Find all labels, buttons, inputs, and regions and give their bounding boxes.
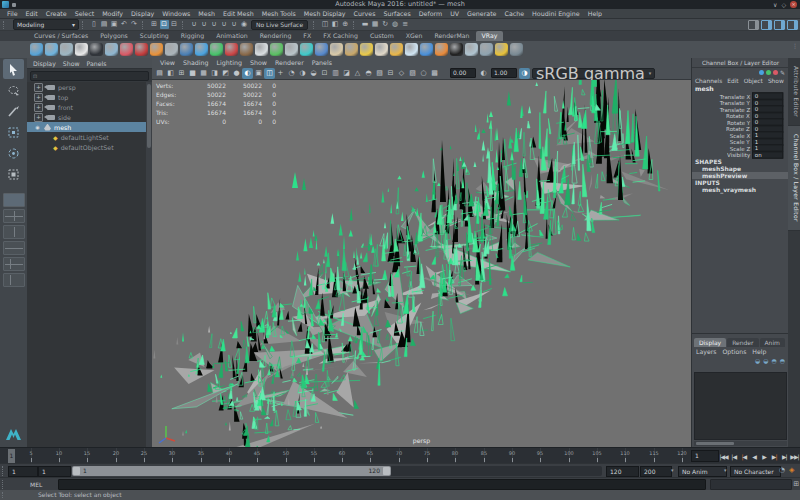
snap-to-projected-center-icon[interactable]: ∪ — [220, 20, 229, 29]
expand-icon[interactable]: + — [34, 83, 43, 92]
shelf-tab-rendering[interactable]: Rendering — [254, 31, 298, 41]
oversampling-icon[interactable]: ◩ — [220, 68, 231, 79]
outliner-menu-show[interactable]: Show — [63, 60, 80, 67]
go-to-start-button[interactable]: |◀◀ — [719, 450, 728, 462]
shelf-icon-19[interactable] — [300, 43, 313, 56]
attribute-editor-toggle[interactable] — [761, 20, 772, 30]
current-frame-field[interactable]: 1 — [691, 450, 719, 462]
shelf-tab-fx[interactable]: FX — [297, 31, 317, 41]
shelf-tab-renderman[interactable]: RenderMan — [428, 31, 475, 41]
menu-houdini-engine[interactable]: Houdini Engine — [528, 9, 584, 18]
viewport-canvas[interactable]: Verts:50022500220Edges:50022500220Faces:… — [152, 80, 691, 447]
grip-handle[interactable] — [2, 480, 6, 489]
modeling-toolkit-toggle[interactable] — [748, 20, 759, 30]
menu-edit-mesh[interactable]: Edit Mesh — [219, 9, 258, 18]
range-slider-track[interactable]: 1 120 — [72, 466, 602, 476]
manip-settings-icon[interactable]: ✎ — [780, 69, 785, 76]
outliner-item-side[interactable]: +side — [27, 112, 146, 122]
viewport-menu-show[interactable]: Show — [246, 58, 271, 67]
menu-edit[interactable]: Edit — [22, 9, 42, 18]
shelf-icon-28[interactable] — [435, 43, 448, 56]
exposure-toggle-icon[interactable]: ▧ — [374, 68, 385, 79]
channel-box-toggle[interactable] — [787, 20, 798, 30]
menu-cache[interactable]: Cache — [500, 9, 528, 18]
layer-list[interactable] — [694, 372, 787, 440]
shelf-icon-4[interactable] — [75, 43, 88, 56]
layout-three-pane-left-button[interactable] — [3, 257, 25, 271]
safe-action-icon[interactable]: ○ — [418, 68, 429, 79]
isolate-select-icon[interactable]: ◪ — [341, 68, 352, 79]
viewport-menu-panels[interactable]: Panels — [308, 58, 336, 67]
ipr-render-icon[interactable]: ↻ — [381, 20, 390, 29]
select-object-icon[interactable]: ⊡ — [160, 20, 169, 29]
manip-fast-icon[interactable] — [773, 70, 778, 75]
viewport-panel[interactable]: ViewShadingLightingShowRendererPanels ▤◧… — [152, 58, 691, 447]
channel-box-title-bar[interactable]: Channel Box / Layer Editor — [692, 58, 789, 68]
paint-select-tool-button[interactable] — [3, 101, 24, 121]
shelf-icon-26[interactable] — [405, 43, 418, 56]
shelf-icon-24[interactable] — [375, 43, 388, 56]
outliner-item-front[interactable]: +front — [27, 102, 146, 112]
range-end-handle[interactable] — [383, 467, 390, 475]
history-toggle-icon[interactable]: ◧ — [331, 20, 340, 29]
display-settings-icon[interactable]: ≡ — [401, 20, 410, 29]
step-forward-key-button[interactable]: ▶| — [770, 450, 779, 462]
expand-icon[interactable]: + — [34, 103, 43, 112]
side-tab-attribute-editor[interactable]: Attribute Editor — [788, 58, 800, 126]
shelf-icon-11[interactable] — [180, 43, 193, 56]
gate-mask-icon[interactable]: ◇ — [396, 68, 407, 79]
mesh-geometry[interactable] — [152, 80, 691, 447]
viewport-menu-renderer[interactable]: Renderer — [271, 58, 308, 67]
shelf-tab-curves-surfaces[interactable]: Curves / Surfaces — [28, 31, 94, 41]
step-back-key-button[interactable]: |◀ — [739, 450, 748, 462]
manip-slow-icon[interactable] — [759, 70, 764, 75]
select-hierarchy-icon[interactable]: ⊞ — [150, 20, 159, 29]
highlight-selection-icon[interactable]: ⊕ — [341, 20, 350, 29]
camera-attributes-icon[interactable]: ⊞ — [176, 68, 187, 79]
grip-handle[interactable] — [142, 21, 146, 29]
auto-keyframe-icon[interactable]: ◔ — [779, 466, 785, 474]
channel-box-menu-edit[interactable]: Edit — [727, 78, 738, 84]
expand-circle-icon[interactable]: ◉ — [34, 124, 41, 130]
shelf-icon-3[interactable] — [60, 43, 73, 56]
tool-settings-toggle[interactable] — [774, 20, 785, 30]
snap-to-curve-icon[interactable]: ∪ — [200, 20, 209, 29]
shelf-icon-32[interactable] — [495, 43, 508, 56]
shelf-tab-fx-caching[interactable]: FX Caching — [317, 31, 364, 41]
menu-surfaces[interactable]: Surfaces — [379, 9, 414, 18]
multisample-icon[interactable]: ⊡ — [319, 68, 330, 79]
grip-handle[interactable] — [313, 21, 317, 29]
animation-start-field[interactable]: 1 — [8, 466, 38, 477]
shelf-icon-18[interactable] — [285, 43, 298, 56]
layer-tab-display[interactable]: Display — [694, 338, 726, 347]
command-input[interactable] — [58, 479, 706, 490]
shelf-icon-1[interactable] — [30, 43, 43, 56]
menuset-dropdown[interactable]: Modeling ▾ — [13, 19, 79, 30]
current-frame-marker[interactable]: 1 — [8, 449, 15, 463]
shelf-icon-14[interactable] — [225, 43, 238, 56]
chevron-down-icon[interactable]: ▾ — [724, 467, 727, 473]
construction-history-icon[interactable]: ◫ — [321, 20, 330, 29]
outliner-item-defaultobjectset[interactable]: ◆defaultObjectSet — [27, 142, 146, 152]
close-icon[interactable]: × — [790, 1, 797, 8]
menu-generate[interactable]: Generate — [463, 9, 500, 18]
scale-tool-button[interactable] — [3, 164, 24, 184]
menu-mesh[interactable]: Mesh — [194, 9, 219, 18]
redo-icon[interactable]: ↷ — [130, 20, 139, 29]
layout-four-pane-button[interactable] — [3, 209, 25, 223]
textured-icon[interactable]: ▣ — [253, 68, 264, 79]
open-scene-icon[interactable]: ▤ — [100, 20, 109, 29]
make-live-icon[interactable]: ◉ — [240, 20, 249, 29]
script-editor-icon[interactable]: ⊞ — [793, 480, 799, 488]
layout-two-pane-side-button[interactable] — [3, 225, 25, 239]
shelf-icon-17[interactable] — [270, 43, 283, 56]
shadows-icon[interactable]: ◔ — [286, 68, 297, 79]
outliner-item-mesh[interactable]: ◉mesh — [27, 122, 146, 132]
manip-medium-icon[interactable] — [766, 70, 771, 75]
depth-of-field-icon[interactable]: ▥ — [330, 68, 341, 79]
step-back-frame-button[interactable]: |◀ — [729, 450, 738, 462]
viewport-menu-view[interactable]: View — [156, 58, 179, 67]
safe-title-icon[interactable]: ▩ — [429, 68, 440, 79]
open-render-view-icon[interactable]: ▬ — [361, 20, 370, 29]
menu-file[interactable]: File — [3, 9, 22, 18]
